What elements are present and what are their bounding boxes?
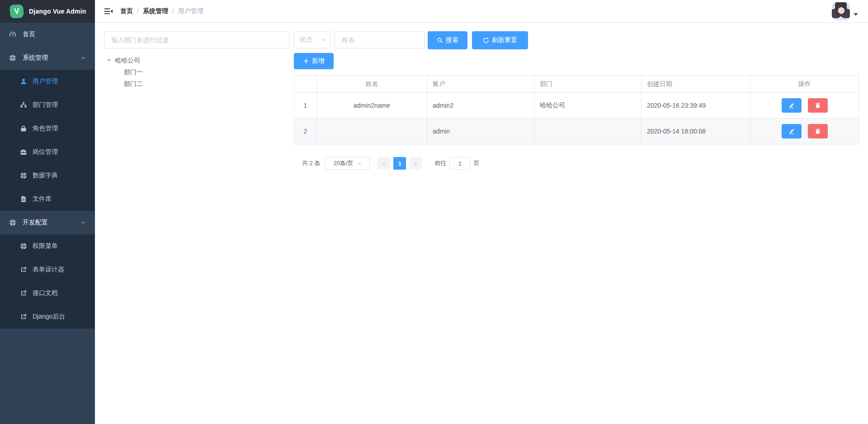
app-title: Django Vue Admin: [29, 8, 86, 15]
sidebar-item-permission-menu[interactable]: 权限菜单: [0, 234, 95, 258]
main-area: 首页 / 系统管理 / 用户管理 哈哈公司: [95, 0, 868, 424]
breadcrumb-current: 用户管理: [178, 7, 203, 15]
add-button-label: 新增: [312, 57, 325, 65]
page-size-value: 20条/页: [333, 159, 353, 167]
sidebar-item-label: 岗位管理: [33, 148, 58, 156]
name-filter-field: [335, 31, 425, 48]
sidebar-item-home[interactable]: 首页: [0, 23, 95, 46]
page-size-select[interactable]: 20条/页: [325, 157, 370, 170]
column-header-created-date: 创建日期: [642, 76, 750, 93]
refresh-icon: [483, 37, 489, 43]
user-icon: [20, 78, 27, 85]
dashboard-icon: [9, 31, 16, 38]
breadcrumb: 首页 / 系统管理 / 用户管理: [120, 7, 203, 15]
cell-index: 2: [294, 119, 317, 144]
cell-account: admin: [427, 119, 534, 144]
sidebar-item-user-management[interactable]: 用户管理: [0, 70, 95, 93]
sidebar-item-label: 文件库: [33, 195, 52, 203]
goto-label: 前往: [434, 159, 446, 167]
edit-button[interactable]: [782, 124, 802, 138]
add-button[interactable]: 新增: [294, 53, 334, 69]
filter-toolbar: 状态 搜索 刷新重置: [294, 31, 859, 49]
refresh-reset-button-label: 刷新重置: [492, 36, 517, 44]
sidebar-item-api-docs[interactable]: 接口文档: [0, 281, 95, 305]
sidebar-item-label: 接口文档: [33, 289, 58, 297]
sidebar-group-label: 系统管理: [23, 54, 48, 62]
edit-button[interactable]: [782, 98, 802, 113]
sidebar-item-label: 表单设计器: [33, 266, 64, 274]
tree-node-root[interactable]: 哈哈公司: [104, 55, 289, 67]
user-table: 姓名 账户 部门 创建日期 操作 1 admin2name admin2 哈哈公: [294, 75, 859, 144]
sidebar-item-department-management[interactable]: 部门管理: [0, 93, 95, 117]
sidebar-item-position-management[interactable]: 岗位管理: [0, 140, 95, 164]
lock-icon: [20, 125, 27, 132]
chevron-down-icon: [357, 161, 362, 166]
cell-department: 哈哈公司: [534, 93, 642, 119]
component-icon: [9, 54, 16, 62]
external-link-icon: [20, 313, 27, 320]
tree-node-child[interactable]: 部门一: [104, 67, 289, 78]
user-table-header: 姓名 账户 部门 创建日期 操作: [294, 76, 859, 93]
column-header-account: 账户: [427, 76, 534, 93]
table-row: 1 admin2name admin2 哈哈公司 2020-05-16 23:3…: [294, 93, 859, 119]
plus-icon: [303, 58, 309, 64]
column-header-index: [294, 76, 317, 93]
page-number-button[interactable]: 1: [393, 157, 406, 170]
hamburger-icon[interactable]: [104, 7, 113, 16]
briefcase-icon: [20, 148, 27, 156]
breadcrumb-system-management[interactable]: 系统管理: [143, 7, 168, 15]
department-filter-input[interactable]: [111, 36, 282, 43]
component-icon: [20, 172, 27, 179]
sidebar-group-dev-config[interactable]: 开发配置: [0, 211, 95, 234]
tree-node-label: 部门二: [124, 80, 143, 88]
sidebar-item-file-library[interactable]: 文件库: [0, 187, 95, 211]
component-icon: [20, 243, 27, 250]
goto-page-input[interactable]: [449, 157, 470, 170]
sidebar-item-django-backend[interactable]: Django后台: [0, 305, 95, 329]
sidebar-item-role-management[interactable]: 角色管理: [0, 117, 95, 140]
page-unit-label: 页: [473, 159, 479, 167]
chevron-down-icon: [321, 37, 326, 43]
sidebar-menu: 首页 系统管理 用户管理 部门管理 角色管理 岗位管理: [0, 23, 95, 329]
tree-node-label: 部门一: [124, 68, 143, 76]
edit-pencil-icon: [788, 102, 795, 109]
sidebar-group-label: 开发配置: [23, 219, 48, 227]
next-page-button[interactable]: [409, 157, 422, 170]
sidebar-item-label: 首页: [23, 30, 35, 38]
name-filter-input[interactable]: [342, 36, 418, 43]
sidebar-item-data-dictionary[interactable]: 数据字典: [0, 164, 95, 187]
sidebar-item-label: Django后台: [33, 313, 65, 321]
tree-node-child[interactable]: 部门二: [104, 78, 289, 90]
cell-name: admin2name: [317, 93, 427, 119]
pagination-total: 共 2 条: [302, 159, 320, 167]
tree-node-label: 哈哈公司: [115, 57, 140, 65]
department-panel: 哈哈公司 部门一 部门二: [104, 31, 289, 90]
pagination: 共 2 条 20条/页 1 前往 页: [302, 157, 859, 170]
cell-actions: [750, 93, 859, 119]
app-logo[interactable]: V Django Vue Admin: [0, 0, 95, 23]
external-link-icon: [20, 266, 27, 273]
user-menu-trigger[interactable]: [832, 2, 858, 20]
sidebar-item-label: 部门管理: [33, 101, 58, 109]
delete-button[interactable]: [808, 98, 828, 113]
sidebar-group-system-management[interactable]: 系统管理: [0, 46, 95, 70]
sidebar-item-form-designer[interactable]: 表单设计器: [0, 258, 95, 281]
org-tree-icon: [20, 101, 27, 109]
user-avatar[interactable]: [832, 2, 850, 20]
navbar: 首页 / 系统管理 / 用户管理: [95, 0, 868, 23]
search-button-label: 搜索: [446, 36, 458, 44]
breadcrumb-separator: /: [172, 8, 174, 15]
cell-actions: [750, 119, 859, 144]
delete-button[interactable]: [808, 124, 828, 138]
prev-page-button[interactable]: [377, 157, 390, 170]
cell-department: [534, 119, 642, 144]
refresh-reset-button[interactable]: 刷新重置: [472, 31, 528, 49]
logo-letter: V: [14, 7, 19, 16]
sidebar-item-label: 角色管理: [33, 124, 58, 133]
external-link-icon: [20, 290, 27, 297]
document-icon: [20, 195, 27, 203]
status-select[interactable]: 状态: [294, 31, 331, 48]
search-button[interactable]: 搜索: [428, 31, 467, 49]
breadcrumb-home[interactable]: 首页: [120, 7, 133, 15]
cell-created-date: 2020-05-14 18:00:08: [642, 119, 750, 144]
